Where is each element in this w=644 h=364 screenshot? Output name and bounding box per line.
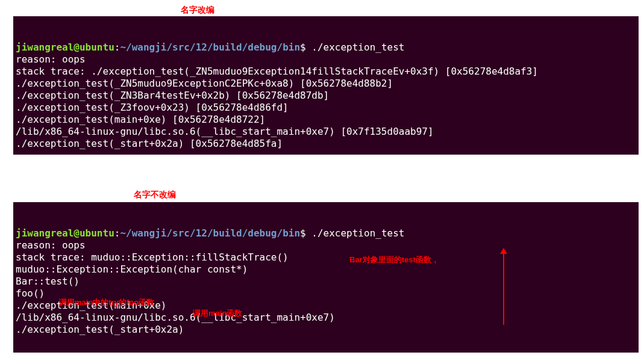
output-line: reason: oops — [16, 54, 86, 65]
prompt-path: ~/wangji/src/12/build/debug/bin — [120, 42, 300, 53]
terminal-output-demangled: jiwangreal@ubuntu:~/wangji/src/12/build/… — [13, 202, 639, 353]
annotation-foo-call: 调用main中的try的foo函数 — [59, 297, 154, 308]
output-line: ./exception_test(_Z3foov+0x23) [0x56278e… — [16, 102, 289, 113]
output-line: ./exception_test(_start+0x2a) [0x56278e4… — [16, 138, 283, 149]
output-line: ./exception_test(main+0xe) [0x56278e4d87… — [16, 114, 265, 125]
prompt-user: jiwangreal@ubuntu — [16, 42, 114, 53]
prompt-sep: : — [114, 227, 120, 239]
output-line: ./exception_test(_start+0x2a) — [16, 324, 184, 335]
label-mangled: 名字改编 — [181, 5, 214, 16]
annotation-bar-test: Bar对象里面的test函数， — [349, 254, 439, 265]
output-line: stack trace: ./exception_test(_ZN5muduo9… — [16, 66, 538, 77]
terminal-cut-line — [16, 29, 527, 41]
terminal-output-mangled: jiwangreal@ubuntu:~/wangji/src/12/build/… — [13, 16, 639, 155]
output-line: Bar::test() — [16, 276, 80, 287]
label-demangled: 名字不改编 — [134, 190, 176, 200]
prompt-path: ~/wangji/src/12/build/debug/bin — [120, 227, 300, 239]
output-line: ./exception_test(_ZN3Bar4testEv+0x2b) [0… — [16, 90, 329, 101]
output-line: reason: oops — [16, 239, 86, 251]
output-line: stack trace: muduo::Exception::fillStack… — [16, 251, 289, 263]
prompt-dollar: $ — [300, 227, 306, 239]
prompt-dollar: $ — [300, 42, 306, 53]
annotation-main-call: 调用main函数 — [193, 308, 242, 319]
output-line: /lib/x86_64-linux-gnu/libc.so.6(__libc_s… — [16, 312, 335, 323]
prompt-sep: : — [114, 42, 120, 53]
output-line: foo() — [16, 288, 45, 299]
output-line: ./exception_test(_ZN5muduo9ExceptionC2EP… — [16, 78, 393, 89]
command-text: ./exception_test — [306, 227, 405, 239]
arrow-icon — [503, 253, 504, 325]
command-text: ./exception_test — [306, 42, 405, 53]
output-line: muduo::Exception::Exception(char const*) — [16, 264, 248, 275]
terminal-cut-line — [16, 215, 527, 227]
output-line: /lib/x86_64-linux-gnu/libc.so.6(__libc_s… — [16, 126, 434, 137]
prompt-user: jiwangreal@ubuntu — [16, 227, 114, 239]
